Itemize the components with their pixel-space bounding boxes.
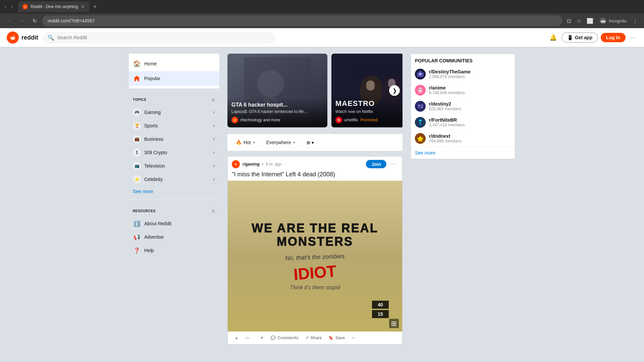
business-icon: 💼	[133, 135, 141, 143]
svg-text:Y2: Y2	[417, 104, 423, 109]
expand-image-button[interactable]: ⊞	[389, 319, 399, 328]
crypto-label: 309 Crypto	[144, 150, 167, 155]
about-label: About Reddit	[144, 221, 171, 226]
incognito-button[interactable]: Incognito	[597, 16, 629, 26]
sidebar-divider	[129, 199, 219, 200]
save-button[interactable]: 🔖 Save	[326, 334, 347, 342]
location-dropdown-arrow: ▾	[293, 140, 295, 145]
post-card[interactable]: r/gaming • 6 hr. ago Join ··· "I miss th…	[227, 156, 402, 345]
community-item-anime[interactable]: r/anime 8,748,649 members	[411, 82, 515, 98]
celebrity-label: Celebrity	[144, 177, 163, 182]
communities-widget-header: POPULAR COMMUNITIES	[411, 54, 515, 66]
more-options-button[interactable]: ···	[628, 32, 637, 43]
feed-controls: 🔥 Hot ▾ Everywhere ▾ ⊞ ▾	[227, 134, 402, 151]
maestro-card-subtitle: Watch now on Netflix	[335, 109, 402, 114]
vote-count[interactable]: —	[243, 334, 256, 342]
crypto-arrow-icon: ∨	[212, 150, 215, 155]
active-tab[interactable]: r Reddit - Dive into anything ✕	[18, 1, 89, 12]
sidebar-nav: 🏠 Home Popular	[129, 54, 219, 88]
new-tab-button[interactable]: +	[91, 2, 100, 12]
dnd-info: r/dndnext 764,999 members	[429, 133, 462, 143]
share-button[interactable]: ↗ Share	[303, 334, 324, 342]
gaming-label: Gaming	[144, 110, 161, 115]
sidebar-item-popular[interactable]: Popular	[129, 71, 219, 86]
home-icon: 🏠	[133, 60, 141, 68]
join-button[interactable]: Join	[366, 160, 386, 168]
help-icon: ❓	[133, 246, 141, 254]
community-item-dnd[interactable]: r/dndnext 764,999 members	[411, 130, 515, 146]
get-app-button[interactable]: 📱 Get app	[561, 33, 598, 43]
topics-collapse-button[interactable]: ∧	[211, 97, 215, 103]
sidebar-item-help[interactable]: ❓ Help	[129, 244, 219, 257]
destiny-members: 2,908,870 members	[429, 74, 471, 79]
dnd-members: 764,999 members	[429, 139, 462, 143]
reddit-app: reddit 🔍 🔔 📱 Get app Log In ···	[0, 28, 644, 362]
browser-refresh-button[interactable]: ↻	[30, 16, 40, 26]
community-item-fortnite[interactable]: r/FortNiteBR 3,447,419 members	[411, 114, 515, 130]
picture-in-picture-icon[interactable]: ⊡	[565, 16, 573, 25]
menu-button[interactable]: ⋮	[631, 16, 640, 25]
featured-card-gta[interactable]: GTA 6 hacker hospit... Lapsus$: GTA 6 ha…	[227, 54, 327, 127]
fortnite-info: r/FortNiteBR 3,447,419 members	[429, 117, 465, 127]
hud-ammo: 40	[375, 302, 385, 307]
destiny-info: r/DestinyTheGame 2,908,870 members	[429, 69, 471, 79]
post-title: "I miss the Internet" Left 4 dead (2008)	[228, 170, 402, 181]
sidebar-item-television[interactable]: 📺 Television ∨	[129, 159, 219, 173]
communities-see-more-link[interactable]: See more	[411, 146, 515, 159]
celebrity-arrow-icon: ∨	[212, 177, 215, 182]
sidebar-item-celebrity[interactable]: ⭐ Celebrity ∨	[129, 173, 219, 186]
post-more-button[interactable]: ···	[389, 160, 398, 168]
tab-close-button[interactable]: ✕	[80, 4, 85, 10]
destiny2-info: r/destiny2 825,963 members	[429, 101, 462, 111]
reddit-logo[interactable]: reddit	[7, 32, 38, 44]
sidebar-item-gaming[interactable]: 🎮 Gaming ∨	[129, 106, 219, 119]
view-toggle-button[interactable]: ⊞ ▾	[302, 138, 318, 147]
comments-button[interactable]: 💬 Comments	[268, 334, 301, 342]
header-actions: 🔔 📱 Get app Log In ···	[547, 32, 637, 43]
bookmark-icon[interactable]: ☆	[575, 16, 583, 25]
tab-nav-forward[interactable]: ›	[9, 3, 15, 11]
upvote-button[interactable]: ▲	[232, 334, 241, 342]
sort-dropdown[interactable]: 🔥 Hot ▾	[231, 137, 259, 147]
sidebar-item-home[interactable]: 🏠 Home	[129, 56, 219, 71]
gta-source-icon: r/	[231, 117, 238, 123]
help-label: Help	[144, 248, 154, 253]
destiny-avatar	[415, 69, 426, 79]
television-icon: 📺	[133, 162, 141, 170]
community-item-destiny2[interactable]: Y2 r/destiny2 825,963 members	[411, 98, 515, 114]
comments-icon: 💬	[271, 336, 276, 340]
carousel-next-button[interactable]: ❯	[389, 85, 400, 96]
see-more-topics-link[interactable]: See more	[129, 186, 219, 197]
sidebar-item-business[interactable]: 💼 Business ∨	[129, 132, 219, 146]
address-bar[interactable]	[42, 15, 562, 26]
browser-back-button[interactable]: ←	[4, 16, 14, 26]
more-actions-button[interactable]: ···	[349, 334, 358, 342]
sidebar-item-crypto[interactable]: ₿ 309 Crypto ∨	[129, 146, 219, 159]
location-dropdown[interactable]: Everywhere ▾	[262, 137, 300, 147]
business-arrow-icon: ∨	[212, 137, 215, 141]
svg-point-1	[601, 21, 603, 23]
main-layout: 🏠 Home Popular TOPICS	[121, 47, 523, 355]
community-item-destiny[interactable]: r/DestinyTheGame 2,908,870 members	[411, 66, 515, 82]
login-button[interactable]: Log In	[601, 33, 626, 42]
save-label: Save	[335, 336, 345, 340]
tab-nav-back[interactable]: ‹	[3, 3, 8, 11]
svg-point-5	[257, 70, 284, 97]
browser-forward-button[interactable]: →	[17, 16, 27, 26]
sidebar-item-about[interactable]: ℹ️ About Reddit	[129, 217, 219, 230]
advertise-icon: 📢	[133, 233, 141, 241]
downvote-button[interactable]: ▼	[257, 334, 267, 342]
view-icon: ⊞	[307, 140, 310, 145]
svg-point-25	[421, 89, 422, 90]
sidebar-item-advertise[interactable]: 📢 Advertise	[129, 230, 219, 244]
topics-header: TOPICS ∧	[129, 94, 219, 106]
resources-collapse-button[interactable]: ∧	[211, 208, 215, 214]
game-text-main: WE ARE THE REAL MONSTERS	[234, 222, 395, 248]
notification-icon-button[interactable]: 🔔	[547, 32, 559, 43]
subreddit-name[interactable]: r/gaming	[243, 162, 260, 167]
extensions-icon[interactable]: ⬜	[585, 16, 595, 25]
comments-label: Comments	[278, 336, 299, 340]
search-input[interactable]	[44, 32, 275, 43]
television-label: Television	[144, 163, 165, 169]
sidebar-item-sports[interactable]: 🏆 Sports ∨	[129, 119, 219, 132]
